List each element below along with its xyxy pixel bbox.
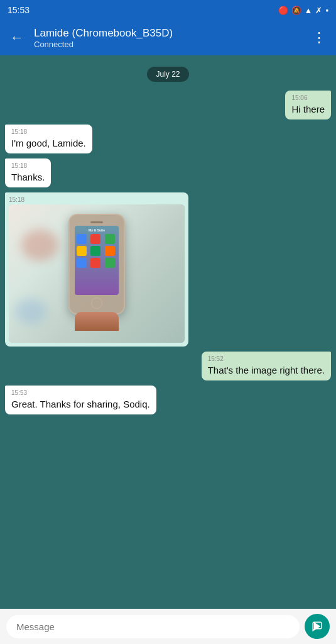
bubble-time: 15:18 xyxy=(9,196,185,203)
bubble-incoming: 15:53 Great. Thanks for sharing, Sodiq. xyxy=(5,386,156,414)
bubble-time: 15:18 xyxy=(11,128,86,135)
bubble-time: 15:06 xyxy=(291,94,325,101)
input-bar xyxy=(0,609,336,644)
contact-name: Lamide (Chromebook_B35D) xyxy=(34,27,307,40)
battery-icon: ▪ xyxy=(325,6,328,15)
app-bar: ← Lamide (Chromebook_B35D) Connected ⋮ xyxy=(0,20,336,55)
chat-image[interactable]: My G Suite xyxy=(9,204,185,343)
wifi-icon: ▲ xyxy=(305,6,313,15)
send-button[interactable] xyxy=(305,614,330,639)
bubble-outgoing: 15:52 That's the image right there. xyxy=(202,352,331,380)
bubble-image: 15:18 xyxy=(5,192,188,347)
message-row: 15:18 Thanks. xyxy=(5,158,331,187)
status-bar: 15:53 🔴 🔕 ▲ ✗ ▪ xyxy=(0,0,336,20)
date-divider: July 22 xyxy=(5,67,331,82)
bubble-incoming: 15:18 Thanks. xyxy=(5,158,51,187)
message-row: 15:53 Great. Thanks for sharing, Sodiq. xyxy=(5,386,331,414)
app-icon xyxy=(77,246,87,256)
phone-screen: My G Suite xyxy=(75,226,119,295)
message-row: 15:52 That's the image right there. xyxy=(5,352,331,380)
app-grid xyxy=(77,234,117,268)
phone-illustration: My G Suite xyxy=(9,204,185,343)
bubble-incoming: 15:18 I'm good, Lamide. xyxy=(5,125,92,153)
app-icon xyxy=(105,258,115,268)
date-badge: July 22 xyxy=(147,67,188,82)
signal-icon: ✗ xyxy=(315,6,322,15)
status-icons: 🔴 🔕 ▲ ✗ ▪ xyxy=(278,6,328,15)
bubble-text: Great. Thanks for sharing, Sodiq. xyxy=(11,397,150,411)
contact-status: Connected xyxy=(34,40,307,49)
contact-info: Lamide (Chromebook_B35D) Connected xyxy=(34,27,307,49)
app-icon xyxy=(90,234,100,244)
bubble-outgoing: 15:06 Hi there xyxy=(285,91,331,119)
app-icon xyxy=(105,234,115,244)
app-icon xyxy=(77,258,87,268)
bubble-time: 15:53 xyxy=(11,389,150,396)
bubble-text: Hi there xyxy=(291,103,325,116)
bubble-text: Thanks. xyxy=(11,170,45,184)
bubble-text: That's the image right there. xyxy=(208,364,325,377)
send-icon xyxy=(312,621,323,632)
phone-body: My G Suite xyxy=(68,214,125,314)
message-row: 15:18 xyxy=(5,192,331,347)
back-button[interactable]: ← xyxy=(5,25,29,51)
bubble-time: 15:52 xyxy=(208,355,325,362)
mute-icon: 🔕 xyxy=(291,6,301,15)
message-input[interactable] xyxy=(6,615,300,638)
app-icon xyxy=(90,246,100,256)
more-options-button[interactable]: ⋮ xyxy=(307,25,331,51)
hand-element xyxy=(75,312,119,331)
phone-screen-title: My G Suite xyxy=(89,228,105,232)
phone-frame: 15:53 🔴 🔕 ▲ ✗ ▪ ← Lamide (Chromebook_B35… xyxy=(0,0,336,644)
app-icon xyxy=(105,246,115,256)
bubble-time: 15:18 xyxy=(11,162,45,169)
message-row: 15:06 Hi there xyxy=(5,91,331,119)
app-icon xyxy=(90,258,100,268)
bubble-text: I'm good, Lamide. xyxy=(11,136,86,150)
bluetooth-icon: 🔴 xyxy=(278,6,288,15)
phone-home-btn xyxy=(91,297,102,309)
app-icon xyxy=(77,234,87,244)
chat-area: July 22 15:06 Hi there 15:18 I'm good, L… xyxy=(0,55,336,609)
status-time: 15:53 xyxy=(8,5,30,15)
message-row: 15:18 I'm good, Lamide. xyxy=(5,125,331,153)
